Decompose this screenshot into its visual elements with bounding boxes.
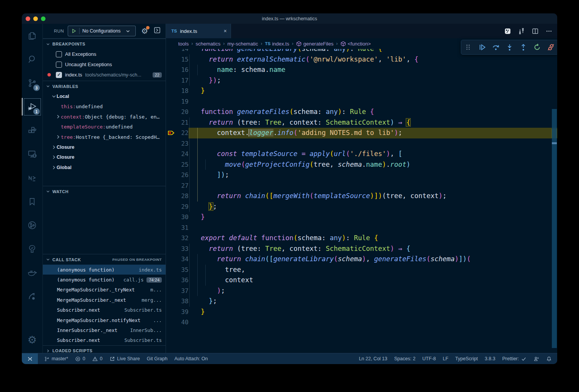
code-text[interactable]: context: [189, 275, 557, 286]
activity-item-nx-console[interactable]: [22, 166, 42, 190]
code-line[interactable]: 21 return (tree: Tree, context: Schemati…: [166, 117, 557, 128]
statusbar-live-share[interactable]: Live Share: [109, 356, 140, 362]
more-actions-icon[interactable]: [545, 28, 553, 35]
code-text[interactable]: context.logger.info('adding NOTES.md to …: [189, 128, 557, 138]
code-line[interactable]: 16 name: schema.name: [166, 65, 557, 75]
variable-row[interactable]: Closure: [43, 152, 166, 163]
code-text[interactable]: name: schema.name: [189, 65, 557, 75]
statusbar-eol[interactable]: LF: [443, 356, 449, 361]
breadcrumb-item[interactable]: generateFiles: [296, 41, 333, 47]
code-text[interactable]: };: [189, 296, 557, 307]
compare-changes-icon[interactable]: [518, 28, 525, 35]
chevron-right-icon[interactable]: [51, 155, 57, 160]
code-text[interactable]: [189, 317, 557, 328]
call-stack-frame[interactable]: (anonymous function)index.ts: [43, 265, 166, 275]
gutter[interactable]: [166, 265, 176, 275]
breakpoint-row[interactable]: ✓index.tstools/schematics/my-sch...22: [43, 70, 166, 80]
start-debug-icon[interactable]: [71, 28, 76, 34]
code-line[interactable]: 29 };: [166, 202, 557, 212]
variable-row[interactable]: templateSource: undefined: [43, 122, 166, 132]
activity-item-git-graph[interactable]: [22, 213, 42, 237]
breakpoint-row[interactable]: All Exceptions: [43, 49, 166, 59]
code-line[interactable]: 38 };: [166, 296, 557, 307]
activity-item-settings[interactable]: ⚙: [22, 329, 42, 351]
configure-gear-icon[interactable]: ⚙: [141, 27, 148, 35]
gitlens-annotate-icon[interactable]: [504, 28, 511, 35]
line-number[interactable]: 31: [176, 223, 189, 233]
step-over-icon[interactable]: [492, 43, 500, 51]
code-text[interactable]: return (tree: Tree, context: SchematicCo…: [189, 244, 557, 254]
breadcrumb-item[interactable]: TSindex.ts: [265, 41, 290, 47]
line-number[interactable]: 30: [176, 212, 189, 223]
split-editor-icon[interactable]: [532, 28, 539, 35]
statusbar-indentation[interactable]: Spaces: 2: [394, 356, 416, 361]
code-text[interactable]: }: [189, 212, 557, 223]
code-line[interactable]: 37 );: [166, 286, 557, 296]
gutter[interactable]: [166, 212, 176, 223]
activity-item-explorer[interactable]: [22, 24, 42, 47]
statusbar-auto-attach[interactable]: Auto Attach: On: [174, 356, 208, 361]
variable-row[interactable]: context: Object {debug: false, en…: [43, 112, 166, 122]
code-line[interactable]: 15 return externalSchematic('@nrwl/works…: [166, 54, 557, 65]
gutter[interactable]: [166, 244, 176, 254]
gutter[interactable]: [166, 86, 176, 96]
line-number[interactable]: 34: [176, 254, 189, 265]
code-line[interactable]: 31: [166, 223, 557, 233]
line-number[interactable]: 32: [176, 233, 189, 244]
call-stack-section-header[interactable]: CALL STACK PAUSED ON BREAKPOINT: [43, 254, 166, 265]
gutter[interactable]: [166, 149, 176, 159]
gutter[interactable]: [166, 107, 176, 117]
code-line[interactable]: 35 tree,: [166, 265, 557, 275]
gutter[interactable]: [166, 75, 176, 86]
code-line[interactable]: 18}: [166, 86, 557, 96]
code-line[interactable]: 17 });: [166, 75, 557, 86]
gutter[interactable]: [166, 138, 176, 149]
chevron-right-icon[interactable]: [51, 145, 57, 150]
line-number[interactable]: 33: [176, 244, 189, 254]
code-text[interactable]: return chain([mergeWith(templateSource)]…: [189, 191, 557, 202]
gutter[interactable]: [166, 254, 176, 265]
line-number[interactable]: 26: [176, 170, 189, 181]
line-number[interactable]: 15: [176, 54, 189, 65]
call-stack-frame[interactable]: MergeMapSubscriber.notifyNext...: [43, 315, 166, 325]
line-number[interactable]: 18: [176, 86, 189, 96]
variable-row[interactable]: Local: [43, 91, 166, 102]
step-out-icon[interactable]: [519, 43, 527, 51]
line-number[interactable]: 23: [176, 138, 189, 149]
line-number[interactable]: 20: [176, 107, 189, 117]
statusbar-errors[interactable]: 0: [75, 356, 85, 362]
code-text[interactable]: );: [189, 286, 557, 296]
line-number[interactable]: 16: [176, 65, 189, 75]
activity-item-search[interactable]: [22, 47, 42, 71]
variable-row[interactable]: tree: HostTree {_backend: ScopedH…: [43, 132, 166, 142]
call-stack-frame[interactable]: MergeMapSubscriber._tryNextm...: [43, 285, 166, 295]
editor-scrollbar[interactable]: [551, 49, 557, 353]
gutter[interactable]: [166, 65, 176, 75]
code-text[interactable]: const templateSource = apply(url('./file…: [189, 149, 557, 159]
code-line[interactable]: 36 context: [166, 275, 557, 286]
call-stack-frame[interactable]: Subscriber.nextSubscriber.ts: [43, 305, 166, 315]
watch-section-header[interactable]: WATCH: [43, 186, 166, 197]
restart-icon[interactable]: [533, 43, 541, 51]
breadcrumb-item[interactable]: tools: [178, 41, 189, 47]
code-text[interactable]: return externalSchematic('@nrwl/workspac…: [189, 54, 557, 65]
code-line[interactable]: 28 return chain([mergeWith(templateSourc…: [166, 191, 557, 202]
call-stack-frame[interactable]: InnerSubscriber._nextInnerSub...: [43, 325, 166, 335]
gutter[interactable]: [166, 96, 176, 107]
chevron-right-icon[interactable]: [55, 134, 61, 140]
debug-console-icon[interactable]: [153, 26, 161, 36]
gutter[interactable]: [166, 286, 176, 296]
line-number[interactable]: 24: [176, 149, 189, 159]
line-number[interactable]: 35: [176, 265, 189, 275]
breadcrumb-item[interactable]: <function>: [340, 41, 371, 47]
gutter[interactable]: [166, 159, 176, 170]
code-text[interactable]: function generateFiles(schema: any): Rul…: [189, 107, 557, 117]
code-text[interactable]: };: [189, 202, 557, 212]
code-line[interactable]: 24 const templateSource = apply(url('./f…: [166, 149, 557, 159]
gutter[interactable]: [166, 181, 176, 191]
statusbar-cursor-position[interactable]: Ln 22, Col 13: [359, 356, 387, 361]
code-text[interactable]: return chain([generateLibrary(schema), g…: [189, 254, 557, 265]
line-number[interactable]: 36: [176, 275, 189, 286]
title-bar[interactable]: index.ts — wrkschematics: [22, 13, 557, 24]
code-line[interactable]: 22 context.logger.info('adding NOTES.md …: [166, 128, 557, 138]
